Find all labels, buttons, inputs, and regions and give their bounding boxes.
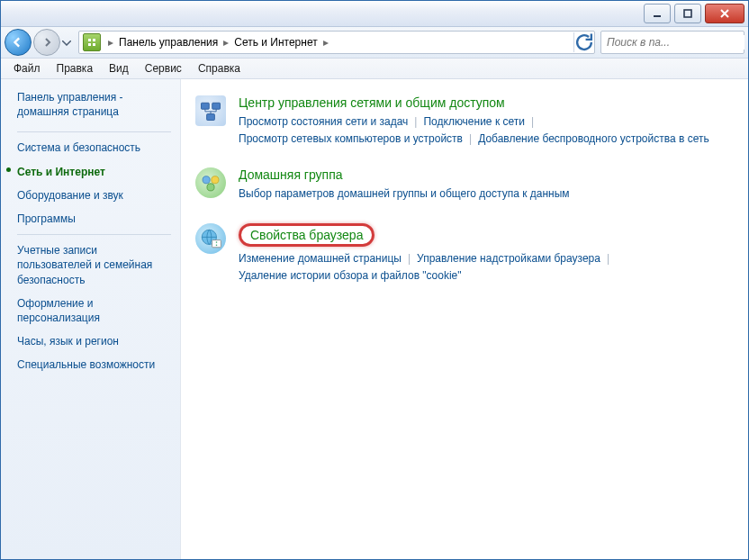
nav-bar: ▸ Панель управления ▸ Сеть и Интернет ▸ <box>1 27 748 59</box>
sidebar-home-link[interactable]: Панель управления - домашняя страница <box>17 90 171 119</box>
sublink[interactable]: Просмотр сетевых компьютеров и устройств <box>239 131 463 148</box>
category-title-link[interactable]: Центр управления сетями и общим доступом <box>239 95 734 110</box>
internet-options-icon <box>195 223 226 254</box>
control-panel-icon <box>83 33 101 51</box>
svg-point-13 <box>207 184 214 191</box>
svg-point-11 <box>203 176 210 184</box>
svg-rect-9 <box>212 103 221 109</box>
sidebar-item-programs[interactable]: Программы <box>17 207 171 230</box>
category-sublinks: Выбор параметров домашней группы и общег… <box>239 185 734 203</box>
svg-rect-10 <box>207 114 215 121</box>
body: Панель управления - домашняя страница Си… <box>1 79 748 559</box>
sidebar-item-accounts[interactable]: Учетные записи пользователей и семейная … <box>17 239 171 292</box>
sidebar-item-clock[interactable]: Часы, язык и регион <box>17 330 171 353</box>
menu-view[interactable]: Вид <box>102 60 136 77</box>
breadcrumb-item[interactable]: Сеть и Интернет <box>232 36 319 49</box>
svg-point-17 <box>216 244 218 246</box>
category-body: Домашняя группа Выбор параметров домашне… <box>239 167 734 203</box>
svg-rect-8 <box>202 103 210 109</box>
category-body: Центр управления сетями и общим доступом… <box>239 95 734 148</box>
minimize-button[interactable] <box>644 4 671 23</box>
sidebar-item-hardware[interactable]: Оборудование и звук <box>17 184 171 207</box>
sublink[interactable]: Подключение к сети <box>423 113 524 131</box>
svg-rect-3 <box>93 39 95 41</box>
sidebar-item-system[interactable]: Система и безопасность <box>17 136 171 159</box>
maximize-button[interactable] <box>674 4 701 23</box>
explorer-window: ▸ Панель управления ▸ Сеть и Интернет ▸ … <box>0 0 749 560</box>
svg-point-16 <box>216 241 218 243</box>
category-internet-options: Свойства браузера Изменение домашней стр… <box>195 223 734 285</box>
divider <box>17 234 171 235</box>
sublink[interactable]: Просмотр состояния сети и задач <box>239 113 408 131</box>
category-sublinks: Изменение домашней страницы| Управление … <box>239 250 734 285</box>
separator: | <box>463 131 478 148</box>
sublink[interactable]: Управление надстройками браузера <box>417 250 600 267</box>
category-body: Свойства браузера Изменение домашней стр… <box>239 223 734 285</box>
history-dropdown-icon[interactable] <box>62 36 73 49</box>
sublink[interactable]: Изменение домашней страницы <box>239 250 402 267</box>
svg-rect-15 <box>212 239 221 247</box>
category-network-sharing: Центр управления сетями и общим доступом… <box>195 95 734 148</box>
sidebar: Панель управления - домашняя страница Си… <box>1 79 181 559</box>
category-homegroup: Домашняя группа Выбор параметров домашне… <box>195 167 734 203</box>
sidebar-item-ease[interactable]: Специальные возможности <box>17 353 171 376</box>
chevron-right-icon[interactable]: ▸ <box>104 36 117 49</box>
back-button[interactable] <box>5 29 32 56</box>
titlebar <box>1 1 748 27</box>
separator: | <box>600 250 616 267</box>
search-box[interactable] <box>600 31 744 54</box>
category-sublinks: Просмотр состояния сети и задач| Подключ… <box>239 113 734 148</box>
sublink[interactable]: Добавление беспроводного устройства в се… <box>478 131 709 148</box>
chevron-right-icon[interactable]: ▸ <box>220 36 232 49</box>
separator: | <box>525 113 540 131</box>
menu-tools[interactable]: Сервис <box>138 60 189 77</box>
separator: | <box>408 113 423 131</box>
sidebar-item-appearance[interactable]: Оформление и персонализация <box>17 292 171 330</box>
menu-help[interactable]: Справка <box>191 60 248 77</box>
chevron-right-icon[interactable]: ▸ <box>320 36 332 49</box>
svg-rect-4 <box>88 43 91 46</box>
refresh-button[interactable] <box>573 32 594 52</box>
forward-button[interactable] <box>33 29 60 56</box>
svg-rect-1 <box>684 10 691 17</box>
divider <box>17 131 171 132</box>
homegroup-icon <box>195 167 226 198</box>
svg-rect-2 <box>88 39 91 41</box>
sublink[interactable]: Удаление истории обзора и файлов "cookie… <box>239 267 462 285</box>
sidebar-item-network[interactable]: Сеть и Интернет <box>17 160 171 184</box>
close-button[interactable] <box>705 4 744 23</box>
content-pane: Центр управления сетями и общим доступом… <box>181 79 748 559</box>
svg-rect-5 <box>93 43 95 46</box>
svg-point-12 <box>212 176 219 184</box>
sublink[interactable]: Выбор параметров домашней группы и общег… <box>239 185 570 203</box>
menu-file[interactable]: Файл <box>6 60 48 77</box>
category-title-link[interactable]: Свойства браузера <box>239 223 374 247</box>
network-sharing-icon <box>195 95 226 126</box>
category-title-link[interactable]: Домашняя группа <box>239 167 734 182</box>
menu-bar: Файл Правка Вид Сервис Справка <box>1 59 748 79</box>
menu-edit[interactable]: Правка <box>50 60 101 77</box>
breadcrumb[interactable]: ▸ Панель управления ▸ Сеть и Интернет ▸ <box>78 31 595 54</box>
breadcrumb-item[interactable]: Панель управления <box>117 36 220 49</box>
separator: | <box>402 250 417 267</box>
search-input[interactable] <box>605 35 744 50</box>
